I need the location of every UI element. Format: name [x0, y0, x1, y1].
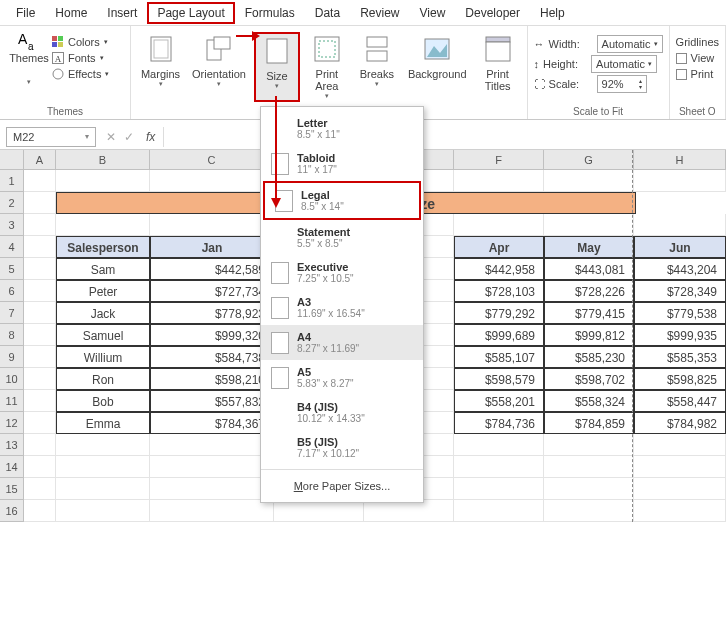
- cell[interactable]: Jun: [634, 236, 726, 258]
- themes-button[interactable]: Aa Themes ▾: [6, 28, 52, 102]
- scale-spinner[interactable]: 92%▴▾: [597, 75, 647, 93]
- row-header[interactable]: 14: [0, 456, 24, 478]
- row-header[interactable]: 10: [0, 368, 24, 390]
- cell[interactable]: $598,579: [454, 368, 544, 390]
- cell[interactable]: [24, 434, 56, 456]
- cell[interactable]: [364, 500, 454, 522]
- col-header[interactable]: B: [56, 150, 150, 169]
- row-header[interactable]: 7: [0, 302, 24, 324]
- cell[interactable]: Samuel: [56, 324, 150, 346]
- cell[interactable]: $999,689: [454, 324, 544, 346]
- height-dropdown[interactable]: Automatic▾: [591, 55, 657, 73]
- print-area-button[interactable]: Print Area▾: [304, 32, 350, 102]
- cell[interactable]: $779,538: [634, 302, 726, 324]
- paper-size-statement[interactable]: Statement5.5" x 8.5": [261, 220, 423, 255]
- cell[interactable]: [56, 434, 150, 456]
- cell[interactable]: [544, 434, 634, 456]
- row-header[interactable]: 15: [0, 478, 24, 500]
- cell[interactable]: [150, 500, 274, 522]
- cell[interactable]: [24, 280, 56, 302]
- print-titles-button[interactable]: Print Titles: [475, 32, 521, 102]
- paper-size-a5[interactable]: A55.83" x 8.27": [261, 360, 423, 395]
- cell[interactable]: [634, 478, 726, 500]
- cell[interactable]: $728,103: [454, 280, 544, 302]
- fx-ok-icon[interactable]: ✓: [124, 130, 134, 144]
- cell[interactable]: $443,204: [634, 258, 726, 280]
- cell[interactable]: $558,201: [454, 390, 544, 412]
- col-header[interactable]: G: [544, 150, 634, 169]
- cell[interactable]: [634, 434, 726, 456]
- cell[interactable]: [634, 170, 726, 192]
- cell[interactable]: $778,923: [150, 302, 274, 324]
- cell[interactable]: [24, 214, 56, 236]
- fonts-button[interactable]: AFonts▾: [52, 50, 124, 66]
- name-box[interactable]: M22▾: [6, 127, 96, 147]
- cell[interactable]: $442,589: [150, 258, 274, 280]
- cell[interactable]: [56, 478, 150, 500]
- cell[interactable]: $585,107: [454, 346, 544, 368]
- paper-size-tabloid[interactable]: Tabloid11" x 17": [261, 146, 423, 181]
- row-header[interactable]: 16: [0, 500, 24, 522]
- cell[interactable]: [24, 302, 56, 324]
- cell[interactable]: Jack: [56, 302, 150, 324]
- row-header[interactable]: 13: [0, 434, 24, 456]
- cell[interactable]: [544, 500, 634, 522]
- cell[interactable]: $598,210: [150, 368, 274, 390]
- select-all-corner[interactable]: [0, 150, 24, 169]
- print-checkbox[interactable]: Print: [676, 66, 719, 82]
- cell[interactable]: $728,349: [634, 280, 726, 302]
- cell[interactable]: [454, 170, 544, 192]
- cell[interactable]: [24, 456, 56, 478]
- row-header[interactable]: 3: [0, 214, 24, 236]
- cell[interactable]: [274, 500, 364, 522]
- cell[interactable]: Apr: [454, 236, 544, 258]
- paper-size-letter[interactable]: Letter8.5" x 11": [261, 111, 423, 146]
- cell[interactable]: [634, 456, 726, 478]
- cell[interactable]: $558,324: [544, 390, 634, 412]
- cell[interactable]: [544, 456, 634, 478]
- cell[interactable]: $442,958: [454, 258, 544, 280]
- row-header[interactable]: 11: [0, 390, 24, 412]
- cell[interactable]: [24, 478, 56, 500]
- fx-icon[interactable]: fx: [146, 130, 155, 144]
- cell[interactable]: $443,081: [544, 258, 634, 280]
- col-header[interactable]: F: [454, 150, 544, 169]
- row-header[interactable]: 8: [0, 324, 24, 346]
- cell[interactable]: [150, 170, 274, 192]
- cell[interactable]: [24, 192, 56, 214]
- menu-home[interactable]: Home: [45, 2, 97, 24]
- menu-review[interactable]: Review: [350, 2, 409, 24]
- menu-view[interactable]: View: [410, 2, 456, 24]
- menu-file[interactable]: File: [6, 2, 45, 24]
- cell[interactable]: [454, 214, 544, 236]
- cell[interactable]: Emma: [56, 412, 150, 434]
- cell[interactable]: [56, 170, 150, 192]
- cell[interactable]: [544, 214, 634, 236]
- cell[interactable]: [150, 478, 274, 500]
- cell[interactable]: $784,367: [150, 412, 274, 434]
- view-checkbox[interactable]: View: [676, 50, 719, 66]
- cell[interactable]: [150, 456, 274, 478]
- cell[interactable]: [454, 434, 544, 456]
- paper-size-legal[interactable]: Legal8.5" x 14": [263, 181, 421, 220]
- cell[interactable]: $999,320: [150, 324, 274, 346]
- cell[interactable]: [24, 236, 56, 258]
- menu-help[interactable]: Help: [530, 2, 575, 24]
- cell[interactable]: May: [544, 236, 634, 258]
- cell[interactable]: $727,734: [150, 280, 274, 302]
- cell[interactable]: Bob: [56, 390, 150, 412]
- cell[interactable]: Willium: [56, 346, 150, 368]
- formula-input[interactable]: [163, 127, 726, 147]
- breaks-button[interactable]: Breaks▾: [354, 32, 400, 102]
- cell[interactable]: Ron: [56, 368, 150, 390]
- cell[interactable]: $728,226: [544, 280, 634, 302]
- row-header[interactable]: 5: [0, 258, 24, 280]
- cell[interactable]: $779,415: [544, 302, 634, 324]
- col-header[interactable]: C: [150, 150, 274, 169]
- width-dropdown[interactable]: Automatic▾: [597, 35, 663, 53]
- cell[interactable]: $784,736: [454, 412, 544, 434]
- cell[interactable]: $598,825: [634, 368, 726, 390]
- cell[interactable]: $557,832: [150, 390, 274, 412]
- menu-data[interactable]: Data: [305, 2, 350, 24]
- cell[interactable]: [24, 324, 56, 346]
